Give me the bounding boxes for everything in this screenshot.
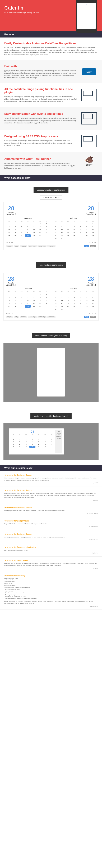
- calendar-day[interactable]: 18: [65, 231, 71, 234]
- calendar-day[interactable]: 22: [36, 443, 42, 445]
- calendar-day[interactable]: 22: [31, 302, 37, 305]
- range-preset[interactable]: This Month: [47, 245, 55, 247]
- calendar-day[interactable]: 25: [10, 446, 16, 448]
- calendar-day[interactable]: 25: [6, 305, 12, 308]
- calendar-day[interactable]: 27: [78, 305, 83, 308]
- calendar-day[interactable]: 14: [30, 441, 36, 443]
- calendar-day[interactable]: 1: [90, 293, 96, 296]
- calendar-day[interactable]: 29: [90, 235, 96, 237]
- calendar-day[interactable]: 12: [12, 228, 18, 231]
- calendar-day[interactable]: 15: [36, 441, 42, 443]
- calendar-day[interactable]: 15: [90, 299, 96, 302]
- calendar-day[interactable]: 5: [12, 296, 18, 299]
- calendar-day[interactable]: 14: [84, 228, 90, 231]
- calendar-day[interactable]: 16: [53, 231, 59, 234]
- calendar-day[interactable]: 13: [19, 228, 24, 231]
- calendar-day[interactable]: 5: [17, 438, 23, 440]
- calendar-day[interactable]: 5: [71, 225, 77, 228]
- calendar-day[interactable]: 29: [90, 305, 96, 308]
- range-preset[interactable]: Yesterday: [20, 316, 27, 318]
- calendar-day[interactable]: 16: [37, 228, 43, 231]
- calendar-day[interactable]: 11: [6, 299, 12, 302]
- calendar-day[interactable]: 17: [43, 228, 49, 231]
- calendar-day[interactable]: 21: [25, 231, 31, 234]
- range-preset[interactable]: Last 7 Days: [28, 245, 37, 247]
- calendar-day[interactable]: 7: [84, 296, 90, 299]
- calendar-day[interactable]: 5: [12, 225, 18, 228]
- calendar-day[interactable]: 19: [17, 443, 23, 445]
- calendar-day[interactable]: 17: [43, 299, 49, 302]
- calendar-day[interactable]: 17: [48, 441, 54, 443]
- calendar-day[interactable]: 27: [19, 235, 24, 237]
- calendar-day[interactable]: 18: [6, 231, 12, 234]
- calendar-day[interactable]: 19: [71, 302, 77, 305]
- time-end[interactable]: 07 : 57 PM: [89, 242, 96, 243]
- calendar-day[interactable]: 8: [90, 296, 96, 299]
- calendar-day[interactable]: 6: [23, 438, 29, 440]
- calendar-day[interactable]: 18: [65, 302, 71, 305]
- calendar-day[interactable]: 8: [31, 225, 37, 228]
- calendar-day[interactable]: 16: [37, 299, 43, 302]
- calendar-day[interactable]: 13: [78, 228, 83, 231]
- calendar-day[interactable]: 30: [53, 308, 59, 311]
- calendar-day[interactable]: 25: [6, 235, 12, 237]
- calendar-day[interactable]: 10: [59, 228, 65, 231]
- calendar-day[interactable]: 19: [12, 302, 18, 305]
- calendar-day[interactable]: 2: [42, 436, 48, 438]
- calendar-day[interactable]: 1: [31, 222, 37, 225]
- calendar-day[interactable]: 7: [25, 296, 31, 299]
- calendar-day[interactable]: 11: [65, 299, 71, 302]
- calendar-day[interactable]: 1: [36, 436, 42, 438]
- calendar-day[interactable]: 18: [6, 302, 12, 305]
- calendar-day[interactable]: 10: [59, 299, 65, 302]
- calendar-day[interactable]: 22: [90, 302, 96, 305]
- range-preset[interactable]: Last 7 Days: [28, 316, 37, 318]
- calendar-day[interactable]: 10: [43, 296, 49, 299]
- calendar-day[interactable]: 10: [43, 225, 49, 228]
- range-preset[interactable]: Ranges:: [6, 245, 13, 247]
- calendar-day[interactable]: 19: [12, 231, 18, 234]
- calendar-day[interactable]: 4: [6, 296, 12, 299]
- calendar-day[interactable]: 17: [59, 302, 65, 305]
- calendar-day[interactable]: 7: [84, 225, 90, 228]
- calendar-day[interactable]: 13: [78, 299, 83, 302]
- calendar-day[interactable]: 24: [59, 305, 65, 308]
- calendar-day[interactable]: 28: [84, 235, 90, 237]
- calendar-day[interactable]: 12: [71, 228, 77, 231]
- calendar-day[interactable]: 14: [25, 228, 31, 231]
- calendar-day[interactable]: 15: [31, 299, 37, 302]
- calendar-day[interactable]: 9: [37, 296, 43, 299]
- range-preset[interactable]: Yesterday: [20, 245, 27, 247]
- calendar-day[interactable]: 20: [23, 443, 29, 445]
- calendar-day[interactable]: 3: [59, 225, 65, 228]
- calendar-day[interactable]: 6: [19, 296, 24, 299]
- calendar-day[interactable]: 17: [59, 231, 65, 234]
- calendar-day[interactable]: 3: [43, 222, 49, 225]
- calendar-day[interactable]: 12: [71, 299, 77, 302]
- calendar-day[interactable]: 25: [65, 305, 71, 308]
- calendar-day[interactable]: 27: [19, 305, 24, 308]
- calendar-day[interactable]: 6: [78, 296, 83, 299]
- calendar-day[interactable]: 19: [71, 231, 77, 234]
- calendar-day[interactable]: 27: [78, 235, 83, 237]
- calendar-day[interactable]: 15: [90, 228, 96, 231]
- calendar-day[interactable]: 24: [43, 231, 49, 234]
- range-preset[interactable]: This Month: [47, 316, 55, 318]
- calendar-day[interactable]: 29: [31, 235, 37, 237]
- calendar-day[interactable]: 23: [53, 305, 59, 308]
- calendar-day[interactable]: 10: [48, 438, 54, 440]
- calendar-day[interactable]: 23: [42, 443, 48, 445]
- calendar-day[interactable]: 6: [19, 225, 24, 228]
- calendar-day[interactable]: 9: [53, 228, 59, 231]
- calendar-day[interactable]: 4: [6, 225, 12, 228]
- calendar-day[interactable]: 8: [90, 225, 96, 228]
- calendar-day[interactable]: 22: [31, 231, 37, 234]
- calendar-day[interactable]: 14: [25, 299, 31, 302]
- cancel-button[interactable]: Cancel: [90, 245, 96, 247]
- range-preset[interactable]: Today: [14, 245, 19, 247]
- calendar-day[interactable]: 9: [53, 299, 59, 302]
- calendar-day[interactable]: 28: [25, 305, 31, 308]
- calendar-day[interactable]: 6: [78, 225, 83, 228]
- calendar-day[interactable]: 28: [30, 446, 36, 448]
- range-preset[interactable]: Last 30 Days: [38, 245, 47, 247]
